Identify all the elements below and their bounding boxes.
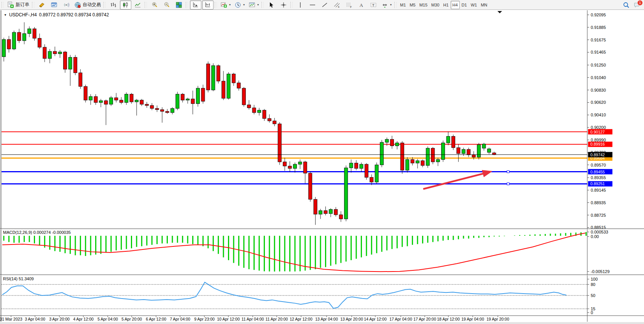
bar-chart-icon <box>110 2 117 8</box>
auto-scroll-button[interactable] <box>190 0 201 10</box>
chat-icon[interactable]: 1 <box>633 2 640 8</box>
candle-body <box>482 144 486 148</box>
toolbar-separator <box>394 2 397 8</box>
chart-canvas[interactable]: 0.920950.918850.916750.914650.912500.910… <box>0 0 644 324</box>
toolbar-group: 新订单 <box>5 0 31 10</box>
periods-icon <box>234 2 241 8</box>
hline-icon <box>309 2 316 8</box>
timeframe-mn[interactable]: MN <box>479 1 489 9</box>
line-chart-button[interactable] <box>132 0 143 10</box>
candle-body <box>227 74 230 98</box>
zoom-in-button[interactable] <box>149 0 160 10</box>
macd-axis-label: 0.000533 <box>591 230 608 234</box>
toolbar-group <box>148 0 185 10</box>
candle-body <box>186 99 190 100</box>
price-axis-label: 0.90200 <box>591 125 606 130</box>
chevron-down-icon: ▾ <box>229 3 231 6</box>
label-button[interactable]: T <box>368 0 379 10</box>
vertical-line-button[interactable] <box>295 0 306 10</box>
candle-body <box>33 29 36 38</box>
candle-body <box>436 159 440 162</box>
styler-button[interactable] <box>36 0 48 10</box>
candle-body <box>263 110 266 119</box>
timeframe-d1[interactable]: D1 <box>460 1 469 9</box>
text-button[interactable]: A <box>355 0 367 10</box>
chart-title: ▼ USDCHF-,H4 0.89772 0.89792 0.89734 0.8… <box>4 12 109 17</box>
chart-symbol-period: USDCHF-,H4 <box>9 12 37 17</box>
timeframe-h4[interactable]: H4 <box>451 1 460 9</box>
tile-windows-button[interactable] <box>173 0 185 10</box>
periods-button[interactable]: ▾ <box>233 0 246 10</box>
candlestick-button[interactable] <box>120 0 131 10</box>
candle-body <box>18 32 21 41</box>
timeframe-m30[interactable]: M30 <box>429 1 441 9</box>
timeframe-h1[interactable]: H1 <box>441 1 450 9</box>
bar-chart-button[interactable] <box>108 0 119 10</box>
crosshair-button[interactable] <box>278 0 289 10</box>
rsi-axis-label: 0 <box>591 310 593 315</box>
cursor-button[interactable] <box>266 0 277 10</box>
price-axis-label: 0.91885 <box>591 25 606 30</box>
timeframe-m1[interactable]: M1 <box>398 1 408 9</box>
signals-button[interactable] <box>61 0 72 10</box>
candle-body <box>53 51 57 54</box>
new-order-button-label: 新订单 <box>16 2 29 8</box>
horizontal-line-button[interactable] <box>307 0 318 10</box>
candle-body <box>120 100 123 102</box>
timeframe-m5[interactable]: M5 <box>408 1 417 9</box>
time-axis-label: 11 Apr 20:00 <box>266 317 288 321</box>
shapes-button[interactable]: ▾ <box>380 0 393 10</box>
candle-body <box>303 162 307 173</box>
time-axis-label: 5 Apr 04:00 <box>97 317 118 321</box>
timeframe-toolbar: M1M5M15M30H1H4D1W1MN <box>398 0 489 10</box>
timeframe-w1[interactable]: W1 <box>469 1 479 9</box>
time-axis-label: 3 Apr 20:00 <box>49 317 70 321</box>
chart-shift-button[interactable] <box>202 0 214 10</box>
time-axis-label: 7 Apr 04:00 <box>170 317 190 321</box>
candle-body <box>395 143 399 146</box>
chevron-down-icon: ▾ <box>257 3 259 6</box>
candle-body <box>462 149 465 154</box>
line-handle[interactable] <box>507 183 509 185</box>
chart-context-arrow[interactable]: ▼ <box>4 13 7 17</box>
candle-body <box>181 94 184 100</box>
zoom-out-button[interactable] <box>161 0 172 10</box>
candle-body <box>354 163 358 168</box>
templates-button[interactable]: ▾ <box>247 0 260 10</box>
candle-body <box>477 145 481 157</box>
charts-grid-icon <box>51 2 57 8</box>
candle-body <box>155 108 159 110</box>
channel-button[interactable]: E <box>331 0 343 10</box>
candle-body <box>314 199 317 214</box>
new-order-button[interactable]: 新订单 <box>6 0 31 10</box>
candle-body <box>201 88 205 101</box>
resistance-2-badge-label: 0.89916 <box>590 142 605 146</box>
svg-text:F: F <box>350 5 352 8</box>
candle-body <box>104 101 108 104</box>
fibonacci-button[interactable]: F <box>343 0 355 10</box>
candle-body <box>38 38 41 47</box>
auto-trading-button[interactable]: 自动交易 <box>73 0 102 10</box>
zoom-out-icon <box>163 2 170 8</box>
time-axis-label: 19 Apr 20:00 <box>486 317 509 321</box>
price-axis-label: 0.92095 <box>591 13 606 17</box>
candle-body <box>140 100 143 104</box>
candle-body <box>115 98 118 100</box>
candle-body <box>416 161 419 163</box>
search-icon[interactable] <box>623 2 630 8</box>
candle-body <box>99 101 102 103</box>
charts-grid-button[interactable] <box>48 0 60 10</box>
timeframe-m15[interactable]: M15 <box>418 1 429 9</box>
line-handle[interactable] <box>507 171 509 173</box>
macd-label: MACD(12,26,9) 0.000274 -0.000035 <box>3 230 71 235</box>
candle-body <box>135 100 138 102</box>
indicators-button[interactable]: ▾ <box>219 0 232 10</box>
signals-icon <box>63 2 70 8</box>
candle-body <box>426 148 429 165</box>
chart-ohlc-values: 0.89772 0.89792 0.89734 0.89742 <box>39 12 109 17</box>
candle-body <box>247 105 251 108</box>
trendline-button[interactable] <box>319 0 330 10</box>
candle-body <box>84 86 87 100</box>
candle-body <box>43 47 46 59</box>
candle-body <box>319 211 322 214</box>
